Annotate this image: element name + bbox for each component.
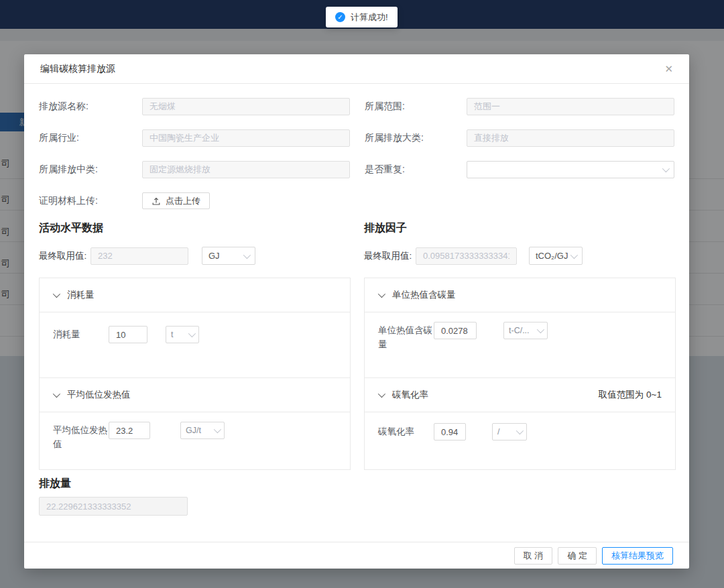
emission-factor-section: 排放因子 最终取用值: tCO₂/GJ 单位热值含碳量 单位热值含碳 [364,221,676,470]
heating-value-unit-value: GJ/t [186,426,201,435]
chevron-down-icon [662,165,670,172]
factor-unit-select[interactable]: tCO₂/GJ [529,247,583,265]
mid-category-input[interactable] [142,161,350,178]
source-name-label: 排放源名称: [39,101,142,113]
modal-body: 排放源名称: 所属范围: 所属行业: 所属排放大类: 所属排放中类: 是否重复:… [24,84,689,542]
carbon-content-unit-value: t-C/... [509,326,530,335]
chevron-down-icon [243,251,251,258]
chevron-down-icon [188,330,196,337]
oxidation-range-note: 取值范围为 0~1 [599,389,662,401]
chevron-down-icon [516,427,524,434]
is-duplicate-select[interactable] [467,161,674,178]
emission-section-title: 排放量 [39,477,674,491]
major-category-input[interactable] [467,129,674,147]
chevron-down-icon [214,426,221,433]
close-icon[interactable]: ✕ [664,64,673,74]
upload-button[interactable]: 点击上传 [142,192,210,209]
proof-upload-label: 证明材料上传: [39,195,142,207]
collapse-chevron-icon[interactable] [53,290,60,298]
modal-header: 编辑碳核算排放源 ✕ [24,54,689,84]
modal-title: 编辑碳核算排放源 [40,63,115,75]
heating-value-panel: 平均低位发热值 平均低位发热值 GJ/t [39,378,351,470]
carbon-content-panel-title: 单位热值含碳量 [392,289,456,301]
oxidation-rate-panel-title: 碳氧化率 [392,389,428,401]
activity-section-title: 活动水平数据 [39,221,351,235]
activity-unit-select[interactable]: GJ [202,247,255,265]
industry-label: 所属行业: [39,132,142,144]
oxidation-rate-panel-header[interactable]: 碳氧化率 取值范围为 0~1 [365,378,675,412]
activity-final-input[interactable] [90,247,188,265]
carbon-content-field-label: 单位热值含碳量 [378,322,434,352]
consumption-input[interactable] [109,326,147,343]
activity-unit-value: GJ [208,251,220,261]
consumption-unit-value: t [171,330,173,339]
consumption-panel-title: 消耗量 [67,289,95,301]
collapse-chevron-icon[interactable] [378,390,385,398]
factor-final-label: 最终取用值: [364,250,416,262]
source-name-input[interactable] [142,98,350,115]
collapse-chevron-icon[interactable] [53,390,60,398]
success-toast: ✓ 计算成功! [326,7,398,27]
scope-input[interactable] [467,98,674,115]
factor-section-title: 排放因子 [364,221,676,235]
heating-value-field-label: 平均低位发热值 [53,422,109,452]
oxidation-rate-panel: 碳氧化率 取值范围为 0~1 碳氧化率 / [364,378,676,470]
carbon-content-panel: 单位热值含碳量 单位热值含碳量 t-C/... [364,278,676,378]
heating-value-panel-title: 平均低位发热值 [67,389,131,401]
oxidation-rate-unit-select[interactable]: / [492,423,527,440]
oxidation-rate-unit-value: / [497,427,499,436]
factor-unit-value: tCO₂/GJ [536,251,568,261]
cancel-button[interactable]: 取 消 [514,547,553,565]
collapse-chevron-icon[interactable] [378,290,385,298]
chevron-down-icon [537,326,544,333]
activity-final-label: 最终取用值: [39,250,90,262]
activity-data-section: 活动水平数据 最终取用值: GJ 消耗量 消耗量 [39,221,351,470]
consumption-panel: 消耗量 消耗量 t [39,278,351,378]
upload-button-label: 点击上传 [166,195,200,207]
check-circle-icon: ✓ [335,12,345,22]
confirm-button[interactable]: 确 定 [558,547,597,565]
consumption-unit-select[interactable]: t [166,326,199,343]
carbon-content-unit-select[interactable]: t-C/... [503,322,548,339]
carbon-content-panel-header[interactable]: 单位热值含碳量 [365,278,675,312]
heating-value-unit-select[interactable]: GJ/t [180,422,225,439]
consumption-panel-header[interactable]: 消耗量 [40,278,350,312]
edit-emission-source-modal: 编辑碳核算排放源 ✕ 排放源名称: 所属范围: 所属行业: 所属排放大类: 所属… [24,54,689,569]
upload-icon [152,196,161,206]
result-preview-button[interactable]: 核算结果预览 [602,547,673,565]
oxidation-rate-input[interactable] [434,423,466,440]
is-duplicate-label: 是否重复: [365,164,467,176]
modal-footer: 取 消 确 定 核算结果预览 [24,542,689,569]
major-category-label: 所属排放大类: [365,132,467,144]
scope-label: 所属范围: [365,101,467,113]
heating-value-input[interactable] [109,422,150,439]
chevron-down-icon [570,251,578,258]
factor-final-input[interactable] [416,247,517,265]
emission-value-input[interactable] [39,497,188,516]
industry-input[interactable] [142,129,350,147]
heating-value-panel-header[interactable]: 平均低位发热值 [40,378,350,412]
toast-message: 计算成功! [351,11,388,23]
oxidation-rate-field-label: 碳氧化率 [378,423,434,439]
carbon-content-input[interactable] [434,322,477,339]
consumption-field-label: 消耗量 [53,326,109,342]
mid-category-label: 所属排放中类: [39,164,142,176]
